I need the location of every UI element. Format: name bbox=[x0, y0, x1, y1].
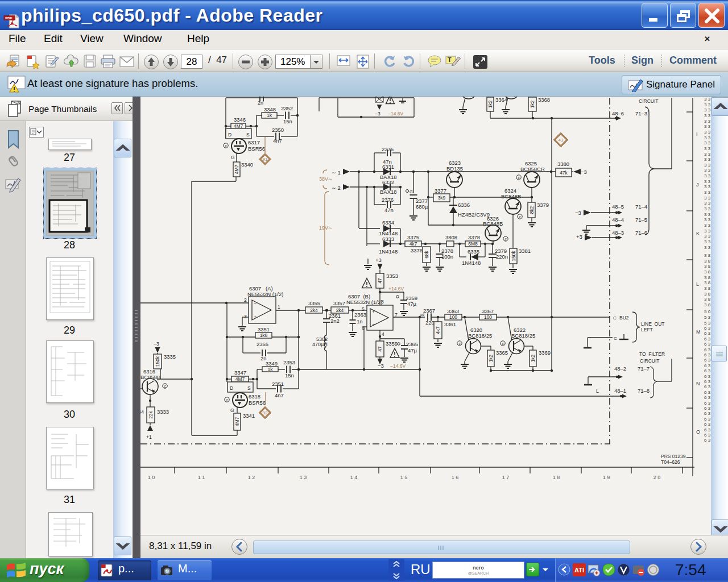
svg-text:BC818/25: BC818/25 bbox=[511, 332, 535, 339]
svg-text:c: c bbox=[502, 342, 504, 346]
svg-text:1k: 1k bbox=[268, 367, 274, 372]
svg-text:6 3: 6 3 bbox=[704, 352, 711, 357]
svg-text:71–7: 71–7 bbox=[638, 365, 650, 372]
svg-text:+: + bbox=[372, 309, 375, 314]
svg-text:−3: −3 bbox=[154, 341, 159, 347]
svg-text:1k2: 1k2 bbox=[488, 354, 494, 362]
svg-text:L: L bbox=[696, 281, 699, 287]
svg-text:6335: 6335 bbox=[468, 248, 479, 255]
svg-text:S: S bbox=[247, 385, 251, 391]
svg-text:2376: 2376 bbox=[382, 197, 394, 203]
svg-text:3 3: 3 3 bbox=[704, 102, 711, 107]
svg-text:D: D bbox=[230, 385, 233, 391]
svg-text:3 8: 3 8 bbox=[704, 297, 711, 302]
svg-text:4M7: 4M7 bbox=[234, 417, 240, 426]
svg-text:3 3: 3 3 bbox=[704, 97, 711, 102]
svg-text:6 3: 6 3 bbox=[704, 347, 711, 352]
svg-text:6 3: 6 3 bbox=[704, 438, 711, 443]
svg-text:∼ 1: ∼ 1 bbox=[332, 169, 341, 176]
svg-text:2k4: 2k4 bbox=[310, 307, 318, 313]
svg-text:6 3: 6 3 bbox=[704, 401, 711, 406]
svg-text:6 3: 6 3 bbox=[704, 417, 711, 422]
svg-text:3 3: 3 3 bbox=[704, 239, 711, 244]
svg-text:150k: 150k bbox=[155, 356, 160, 367]
svg-text:3 3: 3 3 bbox=[704, 223, 711, 228]
svg-text:92: 92 bbox=[263, 410, 268, 415]
svg-text:S: S bbox=[246, 132, 250, 138]
svg-text:3 3: 3 3 bbox=[704, 206, 711, 211]
svg-text:3 3: 3 3 bbox=[704, 107, 711, 113]
svg-text:1 7: 1 7 bbox=[502, 475, 510, 480]
svg-text:1: 1 bbox=[278, 304, 280, 310]
svg-text:91: 91 bbox=[263, 157, 268, 162]
svg-text:3 3: 3 3 bbox=[704, 228, 711, 234]
svg-text:3363: 3363 bbox=[447, 308, 459, 314]
svg-text:PDF: PDF bbox=[5, 16, 12, 20]
svg-text:O: O bbox=[696, 429, 700, 435]
svg-text:3 3: 3 3 bbox=[704, 113, 711, 118]
svg-text:6 3: 6 3 bbox=[704, 411, 711, 416]
svg-text:6336: 6336 bbox=[458, 202, 470, 208]
svg-text:3 3: 3 3 bbox=[704, 157, 711, 162]
svg-text:6334: 6334 bbox=[382, 219, 394, 226]
svg-text:3 8: 3 8 bbox=[704, 264, 711, 269]
svg-text:3364: 3364 bbox=[495, 97, 507, 103]
svg-text:48–4: 48–4 bbox=[612, 217, 624, 223]
svg-text:BSR56: BSR56 bbox=[249, 400, 266, 406]
svg-text:1k2: 1k2 bbox=[530, 354, 536, 362]
svg-text:3 8: 3 8 bbox=[704, 280, 711, 285]
svg-text:3381: 3381 bbox=[519, 248, 531, 254]
svg-text:22k: 22k bbox=[148, 410, 154, 418]
svg-text:3 3: 3 3 bbox=[704, 124, 711, 129]
svg-text:2375: 2375 bbox=[382, 146, 394, 152]
svg-text:c: c bbox=[458, 342, 461, 346]
svg-text:3 3: 3 3 bbox=[704, 184, 711, 189]
svg-text:6 3: 6 3 bbox=[704, 406, 711, 411]
svg-text:3 3: 3 3 bbox=[704, 146, 711, 151]
svg-text:47: 47 bbox=[377, 346, 383, 352]
svg-text:8: 8 bbox=[381, 299, 384, 305]
svg-text:2n: 2n bbox=[258, 100, 263, 106]
svg-text:1k: 1k bbox=[267, 113, 272, 118]
svg-text:47µ: 47µ bbox=[408, 347, 417, 354]
svg-text:4M7: 4M7 bbox=[235, 376, 245, 382]
svg-text:47n: 47n bbox=[384, 207, 394, 213]
svg-text:3: 3 bbox=[244, 314, 247, 319]
svg-text:ATI: ATI bbox=[574, 567, 584, 573]
svg-text:+: + bbox=[254, 314, 257, 320]
svg-text:2n2: 2n2 bbox=[330, 318, 340, 324]
svg-text:G: G bbox=[410, 189, 413, 194]
svg-text:1 5: 1 5 bbox=[400, 475, 408, 480]
svg-text:48–5: 48–5 bbox=[612, 203, 624, 210]
svg-text:100n: 100n bbox=[441, 253, 453, 260]
svg-text:6 3: 6 3 bbox=[704, 331, 711, 336]
svg-text:334: 334 bbox=[140, 409, 144, 415]
svg-text:BC818/25: BC818/25 bbox=[468, 332, 492, 339]
svg-text:3340: 3340 bbox=[241, 161, 253, 168]
svg-text:TO FILTER: TO FILTER bbox=[639, 351, 665, 357]
svg-text:220n: 220n bbox=[496, 253, 508, 260]
svg-text:M: M bbox=[696, 329, 701, 335]
svg-text:3 8: 3 8 bbox=[704, 259, 711, 264]
svg-text:C: C bbox=[614, 336, 617, 341]
svg-text:T: T bbox=[448, 56, 452, 63]
svg-text:3347: 3347 bbox=[234, 369, 246, 376]
svg-text:3 3: 3 3 bbox=[704, 217, 711, 222]
svg-text:3368: 3368 bbox=[538, 97, 550, 103]
svg-text:1n: 1n bbox=[357, 318, 363, 325]
svg-text:6M8: 6M8 bbox=[468, 241, 478, 247]
svg-text:71–3: 71–3 bbox=[635, 110, 647, 117]
svg-text:150k: 150k bbox=[511, 251, 516, 261]
svg-text:6 3: 6 3 bbox=[704, 379, 711, 384]
svg-text:HZ4B2/C3V9: HZ4B2/C3V9 bbox=[458, 211, 490, 218]
svg-text:nero: nero bbox=[473, 565, 484, 571]
svg-text:48–6: 48–6 bbox=[612, 110, 624, 117]
svg-text:3378: 3378 bbox=[468, 234, 480, 240]
svg-text:1 9: 1 9 bbox=[603, 475, 610, 480]
svg-text:3 3: 3 3 bbox=[704, 190, 711, 195]
svg-text:3 8: 3 8 bbox=[704, 292, 711, 297]
svg-text:K: K bbox=[696, 231, 700, 236]
svg-text:2 0: 2 0 bbox=[653, 475, 661, 480]
svg-text:5: 5 bbox=[362, 306, 365, 312]
svg-text:3808: 3808 bbox=[445, 234, 457, 240]
